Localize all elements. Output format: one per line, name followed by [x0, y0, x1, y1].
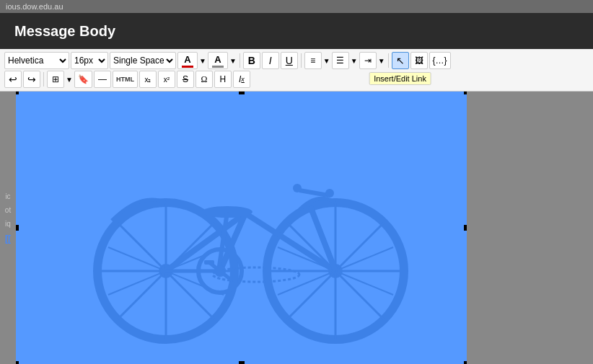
font-color-button[interactable]: A: [177, 52, 198, 69]
align-button[interactable]: ≡: [304, 52, 322, 69]
bg-color-button[interactable]: A: [208, 52, 228, 69]
font-size-select[interactable]: 16px 12px 14px 18px: [71, 52, 108, 69]
resize-handle-top-right[interactable]: [464, 92, 467, 94]
insert-link-tooltip: Insert/Edit Link: [369, 72, 431, 85]
subscript-button[interactable]: x₂: [139, 71, 157, 88]
bg-color-bar: [212, 66, 224, 68]
modal-container: Message Body Helvetica Arial Times New R…: [0, 13, 593, 364]
editor-area: ic ot iq [[: [0, 92, 593, 364]
line-spacing-select[interactable]: Single Space 1.5 Space Double Space: [110, 52, 176, 69]
modal-title: Message Body: [14, 23, 115, 40]
svg-point-26: [325, 189, 334, 197]
table-button[interactable]: ⊞: [47, 71, 64, 88]
resize-handle-middle-right[interactable]: [464, 225, 467, 231]
editor-content[interactable]: [16, 92, 467, 364]
image-icon: 🖼: [415, 56, 423, 66]
separator-3: [388, 53, 389, 68]
right-panel: [467, 92, 593, 364]
bookmark-button[interactable]: 🔖: [74, 71, 92, 88]
left-panel-text-3: iq: [5, 220, 11, 228]
left-panel-link: [[: [5, 234, 11, 244]
html-button[interactable]: HTML: [113, 71, 138, 88]
align-dropdown-icon[interactable]: ▼: [323, 57, 330, 65]
resize-handle-bottom-left[interactable]: [16, 361, 19, 364]
format-header-button[interactable]: H: [214, 71, 232, 88]
resize-handle-top-middle[interactable]: [239, 92, 245, 94]
left-panel-text-2: ot: [5, 206, 11, 214]
horizontal-rule-button[interactable]: —: [94, 71, 111, 88]
insert-special-button[interactable]: {…}: [429, 52, 451, 69]
indent-button[interactable]: ⇥: [359, 52, 377, 69]
content-inner: [16, 92, 467, 364]
separator-1: [240, 53, 240, 68]
indent-dropdown-icon[interactable]: ▼: [378, 57, 385, 65]
browser-bar: ious.dow.edu.au: [0, 0, 593, 13]
cursor-icon: ↖: [396, 55, 405, 66]
insert-link-button[interactable]: ↖: [392, 52, 409, 69]
insert-link-wrapper: ↖ Insert/Edit Link: [392, 52, 409, 69]
separator-4: [43, 72, 44, 86]
clear-format-button[interactable]: Ix: [233, 71, 250, 88]
url-text: ious.dow.edu.au: [6, 2, 63, 11]
toolbar-row-2: ↩ ↪ ⊞ ▼ 🔖 — HTML x₂ x² S Ω H Ix: [4, 71, 589, 88]
toolbar: Helvetica Arial Times New Roman 16px 12p…: [0, 49, 593, 92]
font-color-dropdown-icon[interactable]: ▼: [199, 57, 206, 65]
modal-header: Message Body: [0, 13, 593, 49]
list-button[interactable]: ☰: [332, 52, 349, 69]
bg-color-dropdown-icon[interactable]: ▼: [229, 57, 237, 65]
redo-button[interactable]: ↪: [23, 71, 40, 88]
bg-color-label: A: [214, 54, 221, 65]
svg-point-25: [293, 184, 302, 192]
bicycle-image[interactable]: [16, 92, 467, 364]
resize-handle-top-left[interactable]: [16, 92, 19, 94]
strikethrough-button[interactable]: S: [177, 71, 194, 88]
separator-2: [301, 53, 302, 68]
bold-button[interactable]: B: [243, 52, 260, 69]
undo-button[interactable]: ↩: [4, 71, 22, 88]
font-color-bar: [182, 66, 193, 68]
list-dropdown-icon[interactable]: ▼: [351, 57, 358, 65]
insert-image-button[interactable]: 🖼: [410, 52, 428, 69]
resize-handle-middle-left[interactable]: [16, 225, 19, 231]
underline-button[interactable]: U: [281, 52, 298, 69]
special-chars-button[interactable]: Ω: [196, 71, 213, 88]
bicycle-svg: [54, 105, 429, 350]
toolbar-row-1: Helvetica Arial Times New Roman 16px 12p…: [4, 52, 589, 69]
font-color-label: A: [184, 54, 190, 65]
resize-handle-bottom-right[interactable]: [464, 361, 467, 364]
superscript-button[interactable]: x²: [158, 71, 175, 88]
italic-button[interactable]: I: [262, 52, 279, 69]
table-dropdown-icon[interactable]: ▼: [66, 76, 73, 84]
svg-rect-31: [204, 260, 214, 265]
left-panel: ic ot iq [[: [0, 92, 16, 364]
left-panel-text: ic: [5, 192, 10, 200]
font-family-select[interactable]: Helvetica Arial Times New Roman: [4, 52, 69, 69]
resize-handle-bottom-middle[interactable]: [239, 361, 245, 364]
svg-line-24: [299, 190, 328, 195]
